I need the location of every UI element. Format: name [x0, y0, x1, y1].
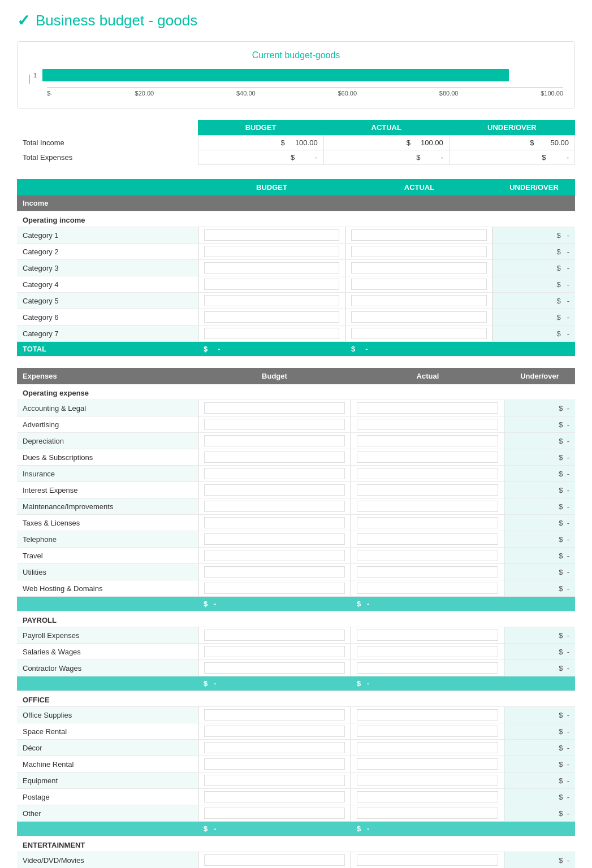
actual-input[interactable] — [357, 533, 498, 545]
budget-input[interactable] — [204, 435, 345, 446]
budget-input[interactable] — [204, 246, 340, 257]
actual-input[interactable] — [357, 550, 498, 561]
budget-input-cell[interactable] — [198, 326, 345, 342]
actual-input-cell[interactable] — [345, 260, 493, 276]
actual-input[interactable] — [351, 246, 487, 257]
actual-input[interactable] — [357, 709, 498, 721]
opex-subtotal-label — [17, 597, 198, 611]
budget-input[interactable] — [204, 775, 345, 786]
underover-cell: $ - — [504, 449, 575, 466]
actual-input[interactable] — [357, 484, 498, 496]
expense-label: Space Rental — [17, 723, 198, 740]
operating-income-header: Operating income — [17, 211, 575, 227]
budget-input[interactable] — [204, 229, 340, 241]
table-row: Category 4 $ - — [17, 276, 575, 293]
office-subtotal-actual: $ - — [351, 822, 504, 836]
actual-input[interactable] — [351, 311, 487, 323]
budget-input[interactable] — [204, 583, 345, 594]
actual-input[interactable] — [357, 566, 498, 578]
office-header: OFFICE — [17, 691, 575, 707]
x-label-0: $- — [47, 90, 53, 97]
actual-input-cell[interactable] — [345, 293, 493, 309]
budget-input[interactable] — [204, 533, 345, 545]
budget-input-cell[interactable] — [198, 293, 345, 309]
actual-input-cell[interactable] — [345, 244, 493, 260]
budget-input[interactable] — [204, 402, 345, 414]
budget-input[interactable] — [204, 758, 345, 770]
budget-input[interactable] — [204, 662, 345, 674]
actual-input[interactable] — [357, 419, 498, 430]
budget-input[interactable] — [204, 452, 345, 463]
actual-input[interactable] — [357, 775, 498, 786]
actual-input[interactable] — [357, 662, 498, 674]
income-section-label: Income — [17, 196, 575, 211]
actual-input[interactable] — [351, 279, 487, 290]
budget-input[interactable] — [204, 468, 345, 479]
budget-input[interactable] — [204, 311, 340, 323]
actual-input[interactable] — [357, 583, 498, 594]
underover-cell: $ - — [493, 260, 575, 276]
actual-input-cell[interactable] — [345, 227, 493, 244]
actual-input[interactable] — [357, 452, 498, 463]
budget-input-cell[interactable] — [198, 309, 345, 326]
operating-expense-label: Operating expense — [17, 384, 575, 400]
actual-input[interactable] — [357, 854, 498, 866]
actual-input[interactable] — [357, 630, 498, 641]
table-row: Depreciation $ - — [17, 433, 575, 449]
actual-input[interactable] — [357, 726, 498, 737]
underover-cell: $ - — [504, 644, 575, 660]
actual-input[interactable] — [357, 435, 498, 446]
budget-input[interactable] — [204, 517, 345, 528]
income-table: BUDGET ACTUAL UNDER/OVER Income Operatin… — [17, 179, 575, 357]
actual-input[interactable] — [357, 808, 498, 819]
budget-input[interactable] — [204, 808, 345, 819]
actual-input[interactable] — [351, 295, 487, 306]
underover-cell: $ - — [504, 580, 575, 597]
budget-input[interactable] — [204, 630, 345, 641]
budget-input[interactable] — [204, 646, 345, 657]
actual-input[interactable] — [357, 517, 498, 528]
expense-label: Video/DVD/Movies — [17, 852, 198, 869]
budget-input[interactable] — [204, 279, 340, 290]
budget-input[interactable] — [204, 726, 345, 737]
budget-input-cell[interactable] — [198, 276, 345, 293]
budget-input[interactable] — [204, 550, 345, 561]
budget-input[interactable] — [204, 501, 345, 512]
budget-input[interactable] — [204, 742, 345, 753]
budget-input-cell[interactable] — [198, 227, 345, 244]
office-label: OFFICE — [17, 691, 575, 707]
actual-input[interactable] — [357, 501, 498, 512]
actual-input-cell[interactable] — [345, 326, 493, 342]
table-row: Equipment $ - — [17, 772, 575, 789]
actual-input[interactable] — [357, 402, 498, 414]
budget-input[interactable] — [204, 566, 345, 578]
budget-input-cell[interactable] — [198, 260, 345, 276]
summary-row-expenses: Total Expenses $ - $ - $ - — [17, 150, 575, 165]
actual-input-cell[interactable] — [345, 309, 493, 326]
budget-input[interactable] — [204, 484, 345, 496]
actual-input[interactable] — [357, 742, 498, 753]
payroll-label: PAYROLL — [17, 611, 575, 627]
budget-input-cell[interactable] — [198, 244, 345, 260]
actual-input[interactable] — [351, 262, 487, 274]
actual-input-cell[interactable] — [345, 276, 493, 293]
budget-input[interactable] — [204, 709, 345, 721]
income-total-budget: $ - — [198, 342, 345, 357]
expense-label: Equipment — [17, 772, 198, 789]
actual-input[interactable] — [357, 758, 498, 770]
actual-input[interactable] — [351, 328, 487, 339]
summary-header-budget: BUDGET — [198, 120, 323, 136]
cat-label: Category 5 — [17, 293, 198, 309]
actual-input[interactable] — [357, 791, 498, 802]
budget-input[interactable] — [204, 262, 340, 274]
table-row: Video/DVD/Movies $ - — [17, 852, 575, 869]
actual-input[interactable] — [357, 646, 498, 657]
budget-input[interactable] — [204, 791, 345, 802]
budget-input[interactable] — [204, 854, 345, 866]
actual-input[interactable] — [357, 468, 498, 479]
budget-input[interactable] — [204, 295, 340, 306]
operating-expense-header: Operating expense — [17, 384, 575, 400]
actual-input[interactable] — [351, 229, 487, 241]
budget-input[interactable] — [204, 419, 345, 430]
budget-input[interactable] — [204, 328, 340, 339]
